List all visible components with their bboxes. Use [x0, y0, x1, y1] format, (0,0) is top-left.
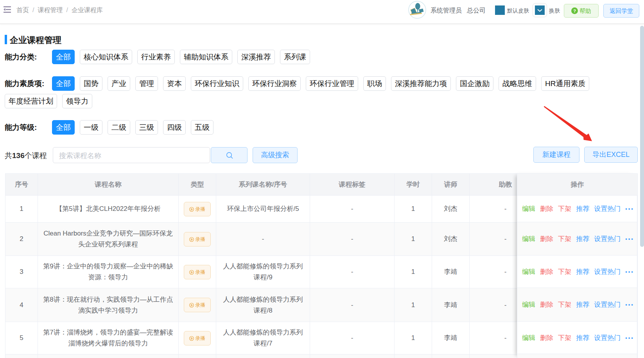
svg-text:?: ?	[573, 9, 576, 13]
